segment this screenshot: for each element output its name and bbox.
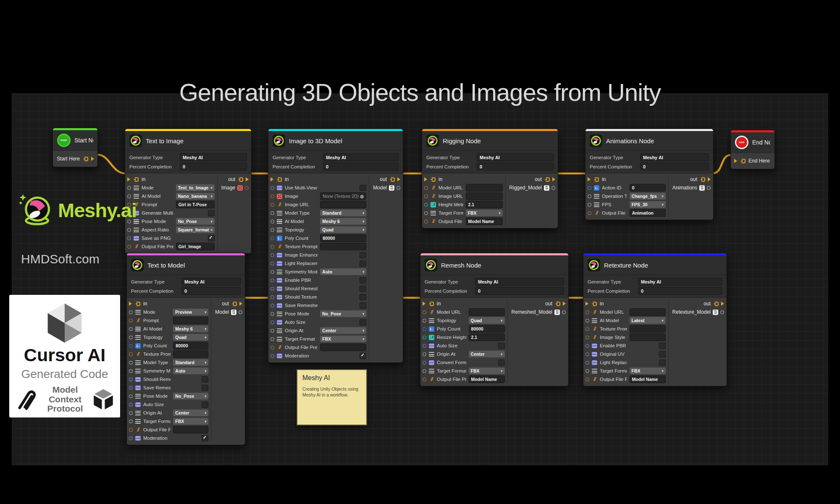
input-port[interactable] (270, 262, 274, 265)
percent-completion-field[interactable]: 0 (640, 163, 709, 171)
checkbox-auto-size[interactable] (360, 319, 366, 326)
flow-out-port[interactable]: out (380, 175, 400, 184)
dropdown-symmetry-mode[interactable]: Auto▾ (173, 368, 208, 374)
input-port[interactable] (270, 211, 274, 215)
input-port[interactable] (270, 320, 274, 324)
input-port[interactable] (423, 344, 426, 348)
field-output-file-prefix[interactable]: Model Name (469, 375, 505, 383)
flow-out-port[interactable]: Start Here (56, 154, 94, 163)
input-port[interactable] (424, 211, 428, 215)
input-port[interactable] (129, 369, 133, 373)
dropdown-topology[interactable]: Quad▾ (469, 317, 505, 324)
dropdown-ai-model[interactable]: Meshy 6▾ (173, 326, 208, 332)
percent-completion-field[interactable]: 0 (180, 163, 247, 171)
input-port[interactable] (129, 403, 133, 407)
input-port[interactable] (424, 194, 428, 198)
input-port[interactable] (270, 346, 274, 349)
input-port[interactable] (585, 310, 589, 314)
input-port[interactable] (585, 319, 589, 323)
checkbox-should-remesh[interactable] (202, 376, 208, 383)
field-output-file-prefix[interactable]: Animation (630, 209, 666, 217)
input-port[interactable] (588, 211, 591, 215)
input-port[interactable] (127, 186, 131, 190)
field-output-file-prefix[interactable]: Model Name (630, 375, 666, 383)
generator-type-field[interactable]: Meshy AI (477, 153, 554, 161)
field-prompt[interactable]: Girl in T-Pose (176, 201, 215, 208)
field-model-url[interactable] (469, 308, 505, 316)
input-port[interactable] (585, 344, 589, 348)
checkbox-moderation[interactable] (360, 353, 366, 359)
dropdown-mode[interactable]: Preview▾ (173, 309, 208, 315)
flow-out-port[interactable]: out (222, 299, 242, 308)
dropdown-topology[interactable]: Quad▾ (173, 334, 208, 341)
sticky-note[interactable]: Meshy AI Creating Unity Objects using Me… (297, 369, 367, 425)
node-header[interactable]: Remesh Node (420, 255, 568, 275)
flow-in-port[interactable]: in (127, 299, 211, 308)
flow-out-port[interactable]: out (545, 299, 566, 308)
dropdown-mode[interactable]: Text_to_Image▾ (176, 184, 215, 191)
checkbox-should-texture[interactable] (360, 294, 366, 300)
generator-type-field[interactable]: Meshy AI (180, 153, 247, 161)
input-port[interactable] (270, 220, 274, 223)
percent-completion-field[interactable]: 0 (477, 163, 554, 171)
input-port[interactable] (423, 378, 426, 381)
input-port[interactable] (129, 352, 133, 356)
dropdown-pose-mode[interactable]: No_Pose▾ (173, 393, 208, 399)
dropdown-target-format[interactable]: FBX▾ (320, 336, 366, 342)
input-port[interactable] (270, 228, 274, 232)
field-output-file-prefix[interactable]: Girl_Image (176, 243, 215, 250)
checkbox-generate-multi-view[interactable] (208, 210, 215, 216)
input-port[interactable] (270, 253, 274, 257)
input-port[interactable] (270, 354, 274, 358)
checkbox-save-remeshed[interactable] (360, 302, 366, 309)
input-port[interactable] (585, 327, 589, 331)
dropdown-target-format[interactable]: FBX▾ (466, 210, 503, 216)
field-poly-count[interactable]: 80000 (173, 342, 208, 349)
dropdown-target-format[interactable]: FBX▾ (173, 418, 208, 425)
output-port[interactable] (720, 310, 724, 314)
input-port[interactable] (129, 428, 133, 432)
field-model-url[interactable] (466, 184, 503, 192)
input-port[interactable] (270, 329, 274, 333)
percent-completion-field[interactable]: 0 (638, 287, 722, 295)
input-port[interactable] (270, 337, 274, 341)
input-port[interactable] (129, 344, 133, 348)
dropdown-model-type[interactable]: Standard▾ (173, 359, 208, 366)
dropdown-target-format[interactable]: FBX▾ (469, 368, 505, 374)
dropdown-fps[interactable]: FPS_30▾ (630, 201, 666, 208)
flow-in-port[interactable]: in (420, 299, 507, 308)
input-port[interactable] (423, 327, 426, 331)
output-port[interactable] (707, 186, 711, 190)
field-height-meters[interactable]: 2.1 (466, 201, 503, 208)
input-port[interactable] (424, 203, 428, 207)
dropdown-pose-mode[interactable]: No_Pose▾ (176, 218, 215, 225)
checkbox-save-remeshed[interactable] (202, 385, 208, 391)
input-port[interactable] (129, 327, 133, 331)
node-header[interactable]: Animations Node (585, 131, 713, 151)
node-header[interactable]: Image to 3D Model (268, 131, 403, 151)
output-port[interactable] (562, 310, 566, 314)
flow-in-port[interactable]: in (422, 175, 505, 184)
generator-type-field[interactable]: Meshy AI (323, 153, 399, 161)
checkbox-moderation[interactable] (202, 435, 208, 441)
dropdown-origin-at[interactable]: Center▾ (469, 351, 505, 357)
field-texture-prompt[interactable] (630, 325, 666, 333)
dropdown-target-format[interactable]: FBX▾ (630, 368, 666, 374)
output-port[interactable] (551, 186, 555, 190)
checkbox-original-uv[interactable] (659, 351, 666, 357)
flow-in-port[interactable]: in (125, 175, 217, 184)
node-header[interactable]: STOPEnd Node (731, 132, 774, 153)
dropdown-topology[interactable]: Quad▾ (320, 226, 366, 233)
dropdown-ai-model[interactable]: Latest▾ (630, 317, 666, 324)
dropdown-pose-mode[interactable]: No_Pose▾ (320, 310, 366, 317)
input-port[interactable] (270, 236, 274, 240)
input-port[interactable] (423, 369, 426, 373)
flow-out-port[interactable]: out (535, 175, 555, 184)
field-prompt[interactable] (173, 317, 208, 324)
dropdown-model-type[interactable]: Standard▾ (320, 210, 366, 216)
node-header[interactable]: Rigging Node (422, 131, 558, 151)
input-port[interactable] (127, 245, 131, 249)
percent-completion-field[interactable]: 0 (475, 287, 564, 295)
input-port[interactable] (585, 369, 589, 373)
input-port[interactable] (129, 386, 133, 390)
